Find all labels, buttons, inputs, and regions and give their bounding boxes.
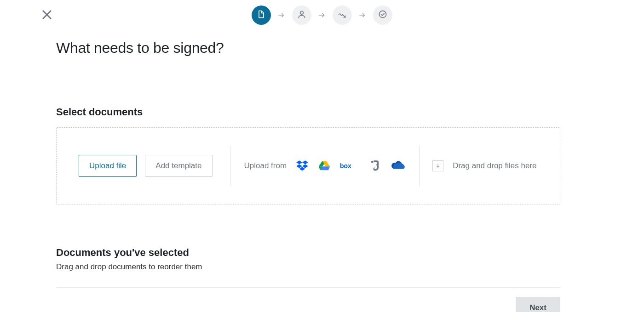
- svg-text:box: box: [340, 162, 351, 170]
- upload-buttons-section: Upload file Add template: [57, 146, 230, 186]
- user-icon: [297, 10, 306, 21]
- step-recipients[interactable]: [292, 6, 311, 25]
- evernote-icon[interactable]: [368, 159, 381, 172]
- footer: Next: [56, 297, 560, 312]
- chevron-right-icon: [358, 11, 367, 19]
- upload-file-button[interactable]: Upload file: [79, 155, 137, 177]
- drag-drop-section[interactable]: Drag and drop files here: [420, 146, 560, 186]
- step-review[interactable]: [373, 6, 392, 25]
- svg-marker-8: [302, 160, 308, 164]
- svg-marker-11: [299, 167, 305, 170]
- drag-drop-label: Drag and drop files here: [453, 161, 536, 170]
- svg-point-3: [300, 11, 304, 14]
- google-drive-icon[interactable]: [318, 159, 331, 172]
- upload-providers-section: Upload from box: [230, 146, 420, 186]
- upload-panel: Upload file Add template Upload from box: [56, 127, 560, 204]
- svg-marker-9: [296, 165, 302, 168]
- close-icon[interactable]: [40, 8, 53, 21]
- progress-stepper: [0, 0, 644, 25]
- selected-documents-subtitle: Drag and drop documents to reorder them: [56, 262, 560, 272]
- box-icon[interactable]: box: [340, 159, 359, 172]
- selected-documents-title: Documents you've selected: [56, 247, 560, 259]
- step-place-fields[interactable]: [333, 6, 352, 25]
- page-title: What needs to be signed?: [56, 40, 560, 57]
- signature-cursor-icon: [338, 10, 347, 21]
- download-arrow-icon: [432, 160, 443, 171]
- divider: [56, 287, 560, 288]
- chevron-right-icon: [277, 11, 286, 19]
- document-icon: [257, 10, 266, 21]
- svg-marker-10: [302, 165, 308, 168]
- select-documents-label: Select documents: [56, 106, 560, 118]
- svg-point-6: [380, 11, 386, 18]
- upload-from-label: Upload from: [244, 161, 287, 170]
- add-template-button[interactable]: Add template: [145, 155, 212, 177]
- step-document[interactable]: [252, 6, 271, 25]
- next-button[interactable]: Next: [516, 297, 560, 312]
- dropbox-icon[interactable]: [296, 159, 309, 172]
- check-circle-icon: [378, 10, 387, 21]
- chevron-right-icon: [318, 11, 326, 19]
- onedrive-icon[interactable]: [391, 159, 406, 172]
- svg-marker-7: [296, 160, 302, 164]
